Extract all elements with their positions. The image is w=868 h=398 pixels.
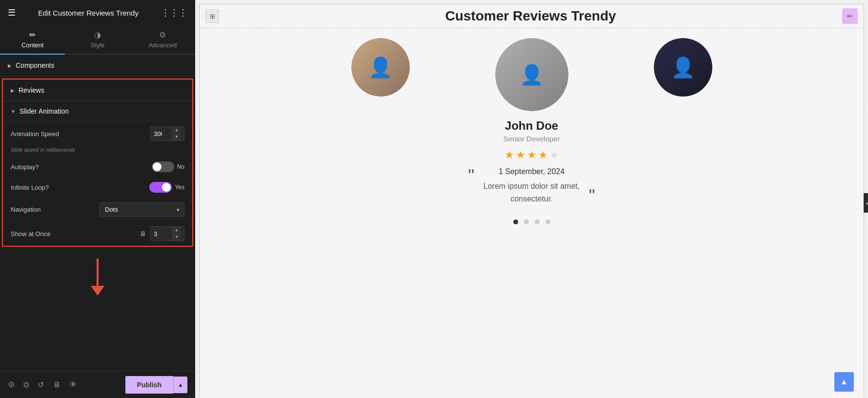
show-at-once-down[interactable]: ▼ (173, 234, 181, 240)
animation-speed-row: Animation Speed ▲ ▼ (3, 121, 192, 146)
autoplay-toggle-knob (153, 162, 161, 171)
left-panel: ☰ Edit Customer Reviews Trendy ⋮⋮⋮ ✏ Con… (0, 0, 195, 398)
review-card-right: 👤 (615, 38, 751, 104)
review-card-center: 👤 John Doe Senior Developer ★ ★ ★ ★ ★ " (464, 38, 600, 205)
red-line (97, 259, 99, 288)
components-section[interactable]: ▶ Components (0, 55, 195, 77)
reviews-section: 👤 👤 John Doe Senior Developer ★ ★ ★ ★ (200, 28, 864, 398)
publish-button[interactable]: Publish (125, 376, 174, 394)
avatar-center: 👤 (495, 38, 568, 111)
reviewer-name: John Doe (505, 119, 558, 133)
show-at-once-up[interactable]: ▲ (173, 227, 181, 234)
show-at-once-input-wrap: ▲ ▼ (150, 226, 184, 241)
content-tab-label: Content (21, 41, 44, 49)
preview-title: Customer Reviews Trendy (223, 8, 838, 24)
avatar-center-placeholder: 👤 (495, 38, 568, 111)
infinite-loop-toggle-wrap: Yes (149, 182, 184, 193)
infinite-loop-row: Infinite Loop? Yes (3, 177, 192, 198)
highlighted-section: ▶ Reviews ▼ Slider Animation Animation S… (2, 79, 193, 247)
autoplay-toggle-label: No (177, 163, 184, 170)
dot-3[interactable] (535, 219, 540, 224)
dot-4[interactable] (545, 219, 550, 224)
arrow-indicator (0, 249, 195, 305)
avatar-right-placeholder: 👤 (654, 38, 712, 97)
components-label: Components (16, 61, 54, 69)
infinite-loop-toggle-label: Yes (175, 184, 184, 191)
red-arrow (91, 286, 104, 296)
star-1: ★ (505, 149, 514, 161)
layers-icon[interactable]: ⧉ (23, 380, 29, 389)
components-arrow: ▶ (8, 63, 12, 68)
animation-speed-down[interactable]: ▼ (173, 134, 181, 140)
slider-arrow: ▼ (11, 109, 16, 114)
avatar-left-placeholder: 👤 (351, 38, 410, 97)
preview-edit-button[interactable]: ✏ (842, 8, 858, 24)
tab-advanced[interactable]: ⚙ Advanced (130, 25, 195, 54)
hamburger-icon[interactable]: ☰ (8, 7, 16, 18)
animation-speed-up[interactable]: ▲ (173, 127, 181, 134)
scroll-up-button[interactable]: ▲ (834, 372, 854, 392)
infinite-loop-toggle-knob (162, 183, 171, 192)
reviewer-title: Senior Developer (504, 135, 560, 143)
preview-topbar: ⊞ Customer Reviews Trendy ✏ (200, 4, 864, 28)
reviews-arrow: ▶ (11, 88, 15, 93)
slider-animation-label: Slider Animation (20, 107, 69, 115)
animation-speed-input[interactable] (151, 128, 172, 139)
dot-1[interactable] (513, 219, 518, 224)
animation-speed-hint: Slide speed in milliseconds (3, 146, 192, 157)
autoplay-row: Autoplay? No (3, 157, 192, 177)
preview-icon[interactable]: 👁 (69, 380, 77, 389)
panel-content: ▶ Components ▶ Reviews ▼ Slider Animatio… (0, 55, 195, 371)
infinite-loop-toggle[interactable] (149, 182, 172, 193)
navigation-label: Navigation (11, 206, 96, 213)
review-date: 1 September, 2024 (499, 167, 565, 176)
bottom-toolbar: ⚙ ⧉ ↺ 🖥 👁 Publish ▲ (0, 371, 195, 398)
publish-expand-button[interactable]: ▲ (173, 377, 187, 393)
animation-speed-input-wrap: ▲ ▼ (150, 126, 184, 141)
settings-icon[interactable]: ⚙ (8, 380, 15, 389)
style-tab-icon: ◑ (94, 30, 101, 40)
toolbar-icons: ⚙ ⧉ ↺ 🖥 👁 (8, 380, 77, 389)
advanced-tab-label: Advanced (148, 41, 177, 49)
reviews-label: Reviews (19, 86, 44, 94)
panel-header: ☰ Edit Customer Reviews Trendy ⋮⋮⋮ (0, 0, 195, 25)
avatar-right: 👤 (654, 38, 712, 97)
reviewer-stars: ★ ★ ★ ★ ★ (505, 149, 559, 161)
responsive-icon[interactable]: 🖥 (53, 380, 61, 389)
preview-area: ⊞ Customer Reviews Trendy ✏ 👤 👤 John (199, 4, 864, 398)
content-tab-icon: ✏ (29, 30, 36, 40)
show-at-once-label: Show at Once (11, 230, 136, 238)
infinite-loop-label: Infinite Loop? (11, 184, 145, 191)
review-dots (513, 219, 550, 224)
avatar-left: 👤 (351, 38, 410, 97)
advanced-tab-icon: ⚙ (159, 30, 166, 40)
history-icon[interactable]: ↺ (38, 380, 44, 389)
star-3: ★ (527, 149, 537, 161)
show-at-once-row: Show at Once 🖥 ▲ ▼ (3, 221, 192, 246)
autoplay-toggle-wrap: No (152, 161, 184, 172)
quote-right-icon: " (589, 187, 595, 205)
star-2: ★ (516, 149, 525, 161)
star-4: ★ (538, 149, 548, 161)
dots-menu-icon[interactable]: ⋮⋮⋮ (161, 7, 187, 18)
slider-animation-header[interactable]: ▼ Slider Animation (3, 101, 192, 121)
review-text: Lorem ipsum dolor sit amet, consectetur. (474, 180, 588, 205)
panel-tabs: ✏ Content ◑ Style ⚙ Advanced (0, 25, 195, 55)
autoplay-label: Autoplay? (11, 163, 148, 171)
autoplay-toggle[interactable] (152, 161, 174, 172)
navigation-select[interactable]: None Dots Arrows Both (100, 202, 184, 217)
show-at-once-spinners: ▲ ▼ (172, 227, 181, 240)
collapse-panel-button[interactable]: ◀ (864, 193, 868, 213)
star-5: ★ (549, 149, 559, 161)
show-at-once-input[interactable] (151, 228, 172, 239)
style-tab-label: Style (91, 41, 105, 49)
tab-style[interactable]: ◑ Style (65, 25, 130, 54)
reviews-cards: 👤 👤 John Doe Senior Developer ★ ★ ★ ★ (209, 38, 854, 205)
grid-toggle-icon[interactable]: ⊞ (205, 9, 219, 23)
publish-btn-wrap: Publish ▲ (125, 376, 187, 394)
review-card-left: 👤 (312, 38, 449, 104)
dot-2[interactable] (524, 219, 529, 224)
reviews-section-header[interactable]: ▶ Reviews (3, 80, 192, 101)
navigation-row: Navigation None Dots Arrows Both ▼ (3, 198, 192, 221)
tab-content[interactable]: ✏ Content (0, 25, 65, 55)
